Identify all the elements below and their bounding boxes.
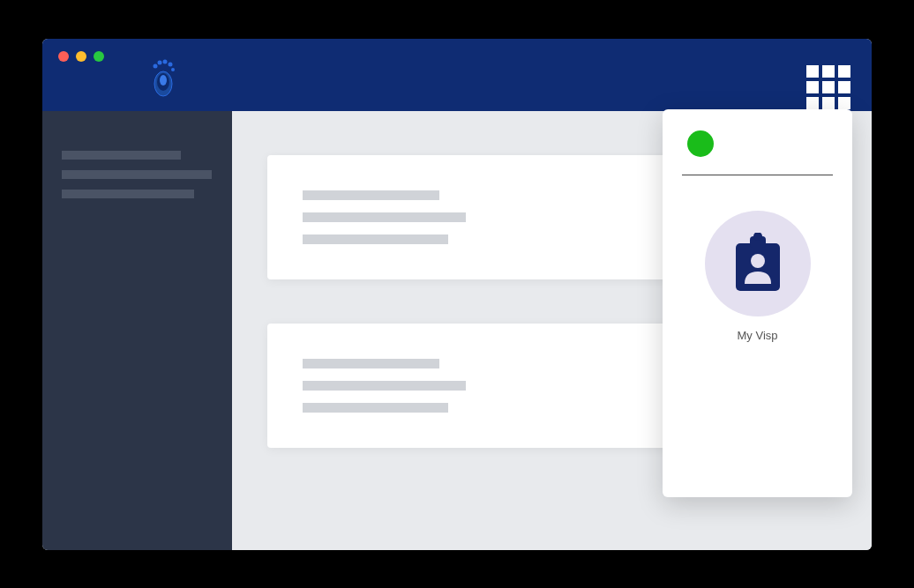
sidebar: [42, 111, 232, 550]
text-placeholder: [303, 381, 466, 391]
title-bar: [42, 39, 872, 111]
online-status-indicator: [687, 130, 714, 157]
apps-grid-button[interactable]: [806, 65, 850, 109]
text-placeholder: [303, 359, 439, 368]
svg-point-7: [171, 68, 175, 71]
text-placeholder: [303, 190, 439, 200]
app-icon-background: [705, 211, 811, 316]
apps-popover: My Visp: [663, 109, 852, 497]
sidebar-item-placeholder[interactable]: [62, 190, 194, 198]
svg-point-11: [751, 254, 765, 268]
assignment-person-icon: [730, 233, 785, 294]
divider: [682, 175, 833, 175]
text-placeholder: [303, 212, 466, 222]
svg-point-6: [169, 62, 173, 66]
svg-point-2: [160, 75, 167, 86]
footprint-logo-icon: [148, 57, 178, 101]
app-shortcut[interactable]: My Visp: [682, 211, 833, 342]
body-area: My Visp: [42, 111, 872, 550]
app-window: My Visp: [42, 39, 872, 550]
text-placeholder: [303, 234, 448, 244]
sidebar-item-placeholder[interactable]: [62, 151, 181, 160]
svg-point-4: [158, 60, 162, 64]
svg-point-5: [163, 59, 168, 63]
svg-point-3: [154, 63, 158, 68]
text-placeholder: [303, 403, 448, 413]
maximize-button[interactable]: [94, 51, 104, 62]
sidebar-item-placeholder[interactable]: [62, 170, 212, 179]
minimize-button[interactable]: [76, 51, 86, 62]
app-label: My Visp: [738, 329, 778, 342]
close-button[interactable]: [58, 51, 69, 62]
window-controls: [58, 51, 104, 62]
